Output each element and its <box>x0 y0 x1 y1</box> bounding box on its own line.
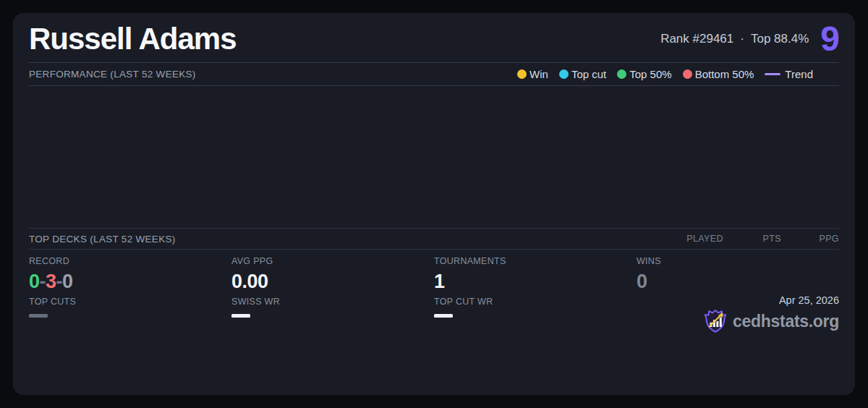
legend-item-win: Win <box>517 68 548 80</box>
top-cut-dot-icon <box>559 69 569 79</box>
legend-item-top50: Top 50% <box>617 68 671 80</box>
trend-line-icon <box>765 73 780 75</box>
rank-label: Rank #29461 <box>660 32 733 46</box>
legend-item-trend: Trend <box>765 68 813 80</box>
card-header: Russell Adams Rank #29461 · Top 88.4% 9 <box>29 13 839 62</box>
swiss-wr-label: SWISS WR <box>231 297 434 307</box>
avg-ppg-value: 0.00 <box>231 272 434 292</box>
column-header-played: PLAYED <box>665 234 723 244</box>
top50-dot-icon <box>617 69 626 79</box>
top-cut-wr-empty-value <box>434 314 453 318</box>
tournaments-value: 1 <box>434 272 637 292</box>
record-separator: - <box>40 271 46 292</box>
card-date: Apr 25, 2026 <box>779 294 839 307</box>
record-value: 0-3-0 <box>29 272 231 292</box>
bottom50-dot-icon <box>683 69 692 79</box>
record-losses: 3 <box>46 271 56 292</box>
player-stats-card: Russell Adams Rank #29461 · Top 88.4% 9 … <box>13 13 855 395</box>
win-dot-icon <box>517 69 527 79</box>
performance-header: PERFORMANCE (LAST 52 WEEKS) Win Top cut … <box>29 63 839 85</box>
top-decks-columns: PLAYED PTS PPG <box>665 234 839 244</box>
wins-label: WINS <box>637 256 839 266</box>
cedhstats-logo-icon <box>704 309 727 333</box>
site-name: cedhstats.org <box>733 312 839 331</box>
top-percent-label: Top 88.4% <box>751 32 809 46</box>
chart-legend: Win Top cut Top 50% Bottom 50% Trend <box>517 68 839 80</box>
record-label: RECORD <box>29 256 231 266</box>
record-separator: - <box>56 271 63 292</box>
rank-separator: · <box>740 32 744 46</box>
legend-label: Bottom 50% <box>695 68 754 80</box>
top-cuts-label: TOP CUTS <box>29 297 231 307</box>
column-header-ppg: PPG <box>781 234 839 244</box>
top-decks-header: TOP DECKS (LAST 52 WEEKS) PLAYED PTS PPG <box>29 229 839 249</box>
legend-label: Win <box>529 68 548 80</box>
performance-chart <box>29 86 839 228</box>
avg-ppg-label: AVG PPG <box>231 256 434 266</box>
legend-label: Trend <box>785 68 813 80</box>
rank-info: Rank #29461 · Top 88.4% <box>660 32 809 46</box>
rank-group: Rank #29461 · Top 88.4% 9 <box>660 23 839 54</box>
top-cut-wr-label: TOP CUT WR <box>434 297 637 307</box>
footer-brand-area: Apr 25, 2026 cedhstats.org <box>637 294 839 395</box>
legend-label: Top cut <box>571 68 606 80</box>
tournaments-label: TOURNAMENTS <box>434 256 637 266</box>
legend-item-top-cut: Top cut <box>559 68 606 80</box>
brand-row: cedhstats.org <box>704 309 839 333</box>
swiss-wr-empty-value <box>231 314 250 318</box>
performance-title: PERFORMANCE (LAST 52 WEEKS) <box>29 69 196 80</box>
record-draws: 0 <box>62 271 73 292</box>
stats-grid: RECORD AVG PPG TOURNAMENTS WINS 0-3-0 0.… <box>29 250 839 395</box>
legend-label: Top 50% <box>629 68 671 80</box>
record-wins: 0 <box>29 271 40 292</box>
top-decks-title: TOP DECKS (LAST 52 WEEKS) <box>29 234 176 245</box>
page-title: Russell Adams <box>29 24 237 54</box>
wins-value: 0 <box>637 272 839 292</box>
score-badge: 9 <box>820 23 839 54</box>
legend-item-bottom50: Bottom 50% <box>683 68 754 80</box>
column-header-pts: PTS <box>723 234 781 244</box>
top-cuts-empty-value <box>29 314 48 318</box>
